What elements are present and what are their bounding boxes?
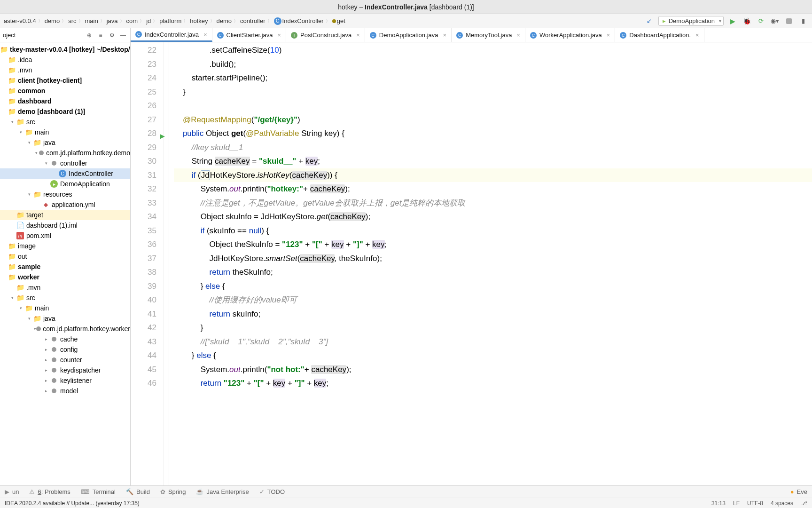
tree-item[interactable]: 📁client [hotkey-client] xyxy=(0,75,130,86)
coverage-button[interactable]: ⟳ xyxy=(756,16,766,26)
editor-tab[interactable]: CClientStarter.java× xyxy=(212,28,287,42)
tree-item[interactable]: 📁tkey-master-v0.0.4 [hotkey] ~/Desktop/h xyxy=(0,44,130,55)
gutter[interactable]: 22232425262728▶2930313233343536373839404… xyxy=(131,42,164,485)
close-tab-icon[interactable]: × xyxy=(278,32,281,39)
back-icon[interactable]: ↙ xyxy=(644,16,655,26)
window-title-bar: hotkey – IndexController.java [dashboard… xyxy=(0,0,812,14)
editor-tab[interactable]: CDashboardApplication.× xyxy=(615,28,704,42)
tree-item[interactable]: ▾📁src xyxy=(0,293,130,303)
tree-item[interactable]: ▸counter xyxy=(0,355,130,365)
editor-tab[interactable]: CWorkerApplication.java× xyxy=(525,28,615,42)
tree-item[interactable]: ▾com.jd.platform.hotkey.worker xyxy=(0,324,130,334)
expand-icon[interactable]: ≡ xyxy=(96,31,105,40)
line-separator[interactable]: LF xyxy=(733,500,740,507)
breadcrumb-item[interactable]: demo xyxy=(217,17,232,24)
breadcrumb-item[interactable]: platform xyxy=(159,17,181,24)
tree-item[interactable]: ▾📁main xyxy=(0,127,130,137)
indent-info[interactable]: 4 spaces xyxy=(771,500,793,507)
close-tab-icon[interactable]: × xyxy=(516,32,520,39)
breadcrumb-item[interactable]: main xyxy=(85,17,98,24)
editor[interactable]: 22232425262728▶2930313233343536373839404… xyxy=(131,42,812,485)
hide-icon[interactable]: — xyxy=(119,31,127,40)
breadcrumb-item[interactable]: hotkey xyxy=(190,17,208,24)
tree-item[interactable]: ▸keylistener xyxy=(0,375,130,386)
tree-item[interactable]: ▸keydispatcher xyxy=(0,365,130,375)
tree-item[interactable]: 📁demo [dashboard (1)] xyxy=(0,106,130,117)
bottom-tool-bar: ▶un⚠6: Problems⌨Terminal🔨Build✿Spring☕Ja… xyxy=(0,485,812,498)
breadcrumb-item[interactable]: demo xyxy=(45,17,60,24)
tree-item[interactable]: ◆application.yml xyxy=(0,199,130,210)
tool-window-button[interactable]: ⚠6: Problems xyxy=(29,488,70,495)
tree-item[interactable]: 📁common xyxy=(0,86,130,96)
caret-position[interactable]: 31:13 xyxy=(711,500,726,507)
event-log-button[interactable]: ●Eve xyxy=(790,488,807,495)
profile-button[interactable]: ◉▾ xyxy=(770,16,780,26)
close-tab-icon[interactable]: × xyxy=(203,31,207,38)
breadcrumb-item[interactable]: src xyxy=(68,17,76,24)
tree-item[interactable]: ▾📁main xyxy=(0,303,130,313)
tree-item[interactable]: 📁.mvn xyxy=(0,65,130,75)
tree-item[interactable]: 📁image xyxy=(0,241,130,251)
target-icon[interactable]: ⊕ xyxy=(85,31,94,40)
project-tool-header: oject ⊕ ≡ ⚙ — xyxy=(0,28,130,42)
tool-window-button[interactable]: ⌨Terminal xyxy=(81,488,116,495)
close-tab-icon[interactable]: × xyxy=(356,32,360,39)
git-branch-icon[interactable]: ⎇ xyxy=(801,500,807,507)
breadcrumb-item[interactable]: get xyxy=(332,17,345,24)
tree-item[interactable]: ▾controller xyxy=(0,158,130,168)
breadcrumb-item[interactable]: C IndexController xyxy=(274,17,324,25)
gear-icon[interactable]: ⚙ xyxy=(108,31,116,40)
tool-window-button[interactable]: ✓TODO xyxy=(259,488,285,495)
tree-item[interactable]: 📁.mvn xyxy=(0,282,130,293)
tree-item[interactable]: 📄dashboard (1).iml xyxy=(0,220,130,230)
tree-item[interactable]: 📁dashboard xyxy=(0,96,130,106)
tree-item[interactable]: 📁target xyxy=(0,210,130,220)
tree-item[interactable]: 📁.idea xyxy=(0,55,130,65)
breadcrumb-item[interactable]: com xyxy=(126,17,138,24)
update-notification[interactable]: IDEA 2020.2.4 available // Update... (ye… xyxy=(5,500,140,507)
editor-tab[interactable]: IPostConstruct.java× xyxy=(286,28,365,42)
window-title: hotkey – IndexController.java [dashboard… xyxy=(338,3,474,11)
run-button[interactable]: ▶ xyxy=(727,16,738,26)
more-icon[interactable]: ▮ xyxy=(798,16,808,26)
breadcrumb-item[interactable]: java xyxy=(107,17,118,24)
stop-button[interactable] xyxy=(784,16,794,26)
code-content[interactable]: .setCaffeineSize(10) .build(); starter.s… xyxy=(169,42,812,485)
close-tab-icon[interactable]: × xyxy=(695,32,699,39)
breadcrumb-item[interactable]: aster-v0.0.4 xyxy=(4,17,36,24)
file-encoding[interactable]: UTF-8 xyxy=(747,500,763,507)
debug-button[interactable]: 🐞 xyxy=(742,16,752,26)
tree-item[interactable]: ▸model xyxy=(0,386,130,396)
tree-item[interactable]: 📁worker xyxy=(0,272,130,282)
tree-item[interactable]: CIndexController xyxy=(0,168,130,179)
tool-window-button[interactable]: 🔨Build xyxy=(126,488,150,495)
tree-item[interactable]: ▾📁src xyxy=(0,117,130,127)
breadcrumb-item[interactable]: controller xyxy=(240,17,265,24)
close-tab-icon[interactable]: × xyxy=(607,32,610,39)
tree-item[interactable]: 📁sample xyxy=(0,262,130,272)
editor-tab[interactable]: CDemoApplication.java× xyxy=(365,28,452,42)
run-configuration-select[interactable]: ▸DemoApplication xyxy=(658,16,724,26)
status-bar: IDEA 2020.2.4 available // Update... (ye… xyxy=(0,498,812,508)
editor-tab[interactable]: CIndexController.java× xyxy=(131,28,212,42)
tree-item[interactable]: ▸cache xyxy=(0,334,130,344)
editor-tab[interactable]: CMemoryTool.java× xyxy=(452,28,525,42)
project-tree[interactable]: 📁tkey-master-v0.0.4 [hotkey] ~/Desktop/h… xyxy=(0,42,130,485)
tool-window-button[interactable]: ▶un xyxy=(5,488,19,495)
tree-item[interactable]: ▾📁java xyxy=(0,137,130,148)
fold-bar[interactable] xyxy=(164,42,169,485)
tree-item[interactable]: ▾com.jd.platform.hotkey.demo xyxy=(0,148,130,158)
tree-item[interactable]: ▸config xyxy=(0,344,130,355)
tool-window-button[interactable]: ✿Spring xyxy=(160,488,186,495)
project-tool-window: oject ⊕ ≡ ⚙ — 📁tkey-master-v0.0.4 [hotke… xyxy=(0,28,131,485)
run-gutter-icon[interactable]: ▶ xyxy=(160,129,165,143)
tree-item[interactable]: 📁out xyxy=(0,251,130,262)
tree-item[interactable]: ▸DemoApplication xyxy=(0,179,130,189)
tree-item[interactable]: ▾📁resources xyxy=(0,189,130,199)
tree-item[interactable]: ▾📁java xyxy=(0,313,130,324)
tool-window-button[interactable]: ☕Java Enterprise xyxy=(196,488,249,495)
close-tab-icon[interactable]: × xyxy=(443,32,447,39)
tree-item[interactable]: mpom.xml xyxy=(0,230,130,241)
breadcrumb-item[interactable]: jd xyxy=(146,17,151,24)
editor-tabs: CIndexController.java×CClientStarter.jav… xyxy=(131,28,812,42)
